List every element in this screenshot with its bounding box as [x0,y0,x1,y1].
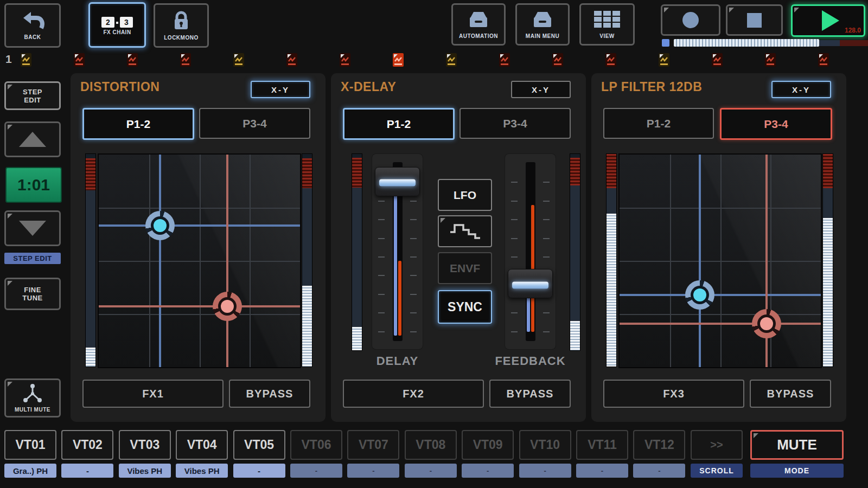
fx-indicator-icon[interactable] [127,53,138,67]
fx-indicator-icon[interactable] [605,53,616,67]
track-button-vt07[interactable]: VT07 [347,430,399,460]
bypass-button[interactable]: BYPASS [489,380,571,408]
envf-button[interactable]: ENVF [438,252,492,284]
back-icon [20,11,45,33]
level-meter-left [85,153,96,367]
xy-cursor-red[interactable] [620,155,821,367]
step-edit-button-label: STEP EDIT [16,88,49,104]
track-button-vt04[interactable]: VT04 [176,430,228,460]
fx-indicator-icon[interactable] [21,53,31,67]
fx-indicator-icon[interactable] [818,53,829,67]
page-p1-2-button[interactable]: P1-2 [603,108,714,139]
fx-chain-icon: 23 [101,17,133,28]
track-button-vt01[interactable]: VT01 [4,430,56,460]
track-label-vt08: - [405,464,457,478]
track-button-vt06[interactable]: VT06 [290,430,342,460]
fx-module-x-delay: X-DELAY X-Y P1-2 P3-4 LFO ENVF SYNC DELA… [331,73,586,422]
view-grid-icon [593,10,621,31]
fx1-button[interactable]: FX1 [82,380,224,408]
fx-chain-button[interactable]: 23 FX CHAIN [88,2,146,48]
fx2-button[interactable]: FX2 [343,380,484,408]
record-button[interactable] [661,4,720,36]
fx-indicator-icon[interactable] [659,53,669,67]
track-scroll-button[interactable]: >> [691,430,743,460]
stop-button[interactable] [726,4,783,36]
track-label-vt05: - [233,464,285,478]
page-p3-4-button[interactable]: P3-4 [720,108,832,140]
multi-mute-label: MULTI MUTE [15,406,50,414]
fx-indicator-icon[interactable] [233,53,244,67]
fx-indicator-icon[interactable] [286,53,297,67]
fx-indicator-icon[interactable] [180,53,191,67]
page-p3-4-button[interactable]: P3-4 [459,108,571,139]
position-display: 1:01 [5,167,62,203]
level-meter-right [822,153,833,367]
xy-pad[interactable] [98,153,301,368]
xy-toggle-button[interactable]: X-Y [771,81,831,98]
xy-toggle-button[interactable]: X-Y [511,81,571,98]
track-button-vt05[interactable]: VT05 [233,430,285,460]
main-menu-button[interactable]: MAIN MENU [515,3,570,46]
fx-indicator-icon[interactable] [393,53,404,67]
square-wave-icon [447,219,483,244]
track-button-vt02[interactable]: VT02 [61,430,113,460]
feedback-slider[interactable] [505,153,556,350]
step-edit-button[interactable]: STEP EDIT [4,81,61,110]
level-meter-right [302,153,312,367]
fx-indicator-icon[interactable] [552,53,563,67]
xy-cursor-red[interactable] [99,155,300,367]
back-label: BACK [24,34,41,40]
fine-tune-button[interactable]: FINE TUNE [4,278,61,310]
bypass-button[interactable]: BYPASS [750,380,831,408]
stop-icon [747,13,762,28]
track-label-vt06: - [290,464,342,478]
pattern-number: 1 [5,53,12,66]
fine-tune-label: FINE TUNE [17,286,48,302]
mute-button[interactable]: MUTE [750,430,844,460]
automation-icon [466,10,491,31]
fx-indicator-icon[interactable] [446,53,457,67]
track-label-vt09: - [462,464,514,478]
track-label-vt02: - [61,464,113,478]
xy-toggle-button[interactable]: X-Y [251,81,310,98]
fx3-button[interactable]: FX3 [603,380,744,408]
slider-handle[interactable] [508,269,553,298]
delay-slider[interactable] [372,153,423,350]
lfo-button[interactable]: LFO [438,179,492,211]
fx-indicator-icon[interactable] [712,53,723,67]
fx-indicator-icon[interactable] [499,53,510,67]
sync-button[interactable]: SYNC [438,290,492,324]
main-menu-label: MAIN MENU [526,33,559,39]
step-down-button[interactable] [4,210,61,246]
page-p3-4-button[interactable]: P3-4 [199,108,310,139]
multi-mute-button[interactable]: MULTI MUTE [4,378,61,418]
track-label-vt07: - [347,464,399,478]
fx-indicator-icon[interactable] [765,53,776,67]
fx-indicator-icon[interactable] [340,53,350,67]
play-button[interactable]: 128.0 [791,4,865,37]
xy-pad[interactable] [618,153,822,368]
bypass-button[interactable]: BYPASS [229,380,310,408]
arrow-up-icon [19,132,46,147]
track-button-vt10[interactable]: VT10 [519,430,571,460]
page-p1-2-button[interactable]: P1-2 [343,108,455,140]
track-button-vt11[interactable]: VT11 [576,430,628,460]
automation-button[interactable]: AUTOMATION [451,3,506,46]
delay-label: DELAY [361,353,434,369]
track-button-vt12[interactable]: VT12 [633,430,685,460]
track-button-vt09[interactable]: VT09 [462,430,514,460]
back-button[interactable]: BACK [4,3,61,48]
step-up-button[interactable] [4,121,61,157]
fx-indicator-icon[interactable] [74,53,85,67]
track-button-vt08[interactable]: VT08 [405,430,457,460]
track-button-vt03[interactable]: VT03 [119,430,171,460]
view-button[interactable]: VIEW [579,3,635,46]
slider-handle[interactable] [375,167,420,196]
fx-chain-label: FX CHAIN [103,29,131,35]
page-p1-2-button[interactable]: P1-2 [82,108,194,140]
track-label-vt10: - [519,464,571,478]
lockmono-button[interactable]: LOCKMONO [154,3,209,48]
track-label-vt01: Gra..) PH [4,464,56,478]
scroll-tag: SCROLL [691,464,743,478]
lfo-waveform-button[interactable] [438,215,492,247]
